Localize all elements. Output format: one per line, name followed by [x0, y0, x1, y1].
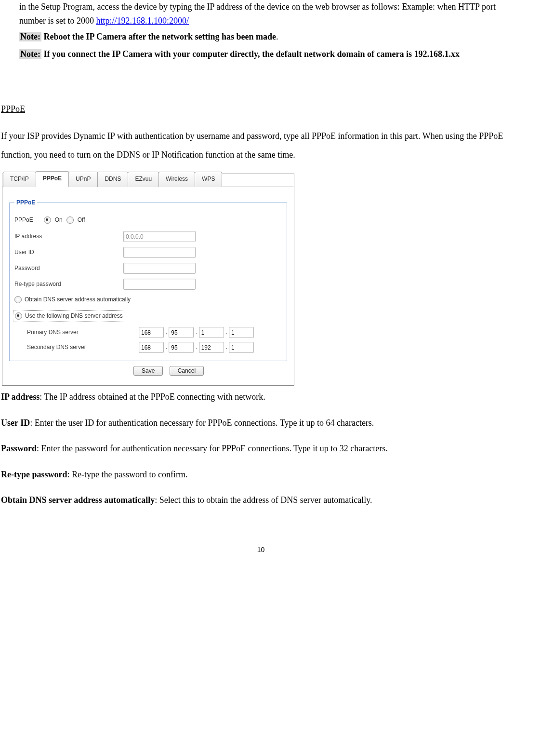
def-ip-title: IP address — [1, 392, 40, 402]
radio-off[interactable] — [66, 216, 74, 224]
primary-dns-label: Primary DNS server — [27, 327, 139, 338]
radio-dns-manual[interactable] — [15, 312, 22, 320]
def-ip: IP address: The IP address obtained at t… — [1, 388, 522, 407]
fieldset-legend: PPPoE — [14, 198, 37, 208]
def-pw-body: : Enter the password for authentication … — [37, 444, 388, 453]
retype-password-input[interactable] — [123, 279, 196, 290]
radio-dns-auto[interactable] — [14, 296, 22, 303]
password-input[interactable] — [123, 263, 196, 274]
tab-tcpip[interactable]: TCP/IP — [3, 172, 36, 187]
def-dns-body: : Select this to obtain the address of D… — [155, 495, 372, 505]
note-2: Note: If you connect the IP Camera with … — [19, 45, 522, 63]
radio-on[interactable] — [44, 216, 51, 224]
def-password: Password: Enter the password for authent… — [1, 439, 522, 459]
user-id-label: User ID — [14, 247, 123, 258]
secondary-dns-label: Secondary DNS server — [27, 342, 139, 353]
def-dns-title: Obtain DNS server address automatically — [1, 495, 155, 505]
def-uid-body: : Enter the user ID for authentication n… — [30, 418, 374, 428]
def-rpw-body: : Re-type the password to confirm. — [67, 470, 188, 479]
off-label: Off — [78, 215, 85, 226]
note2-label: Note: — [19, 49, 41, 59]
note-1: Note: Reboot the IP Camera after the net… — [19, 30, 522, 44]
note2-text: If you connect the IP Camera with your c… — [41, 49, 460, 59]
password-label: Password — [14, 263, 123, 274]
secondary-dns-octet-2[interactable] — [169, 342, 194, 353]
secondary-dns-octet-3[interactable] — [199, 342, 224, 353]
def-ip-body: : The IP address obtained at the PPPoE c… — [40, 392, 265, 402]
secondary-dns-octet-1[interactable] — [139, 342, 164, 353]
def-userid: User ID: Enter the user ID for authentic… — [1, 414, 522, 433]
note1-label: Note: — [19, 32, 41, 41]
note1-text: Reboot the IP Camera after the network s… — [41, 32, 276, 41]
def-pw-title: Password — [1, 444, 37, 453]
dns-auto-label: Obtain DNS server address automatically — [25, 295, 131, 305]
primary-dns-octet-3[interactable] — [199, 327, 224, 338]
user-id-input[interactable] — [123, 247, 196, 258]
tab-upnp[interactable]: UPnP — [68, 172, 98, 187]
secondary-dns-octet-4[interactable] — [229, 342, 254, 353]
lead-line: in the Setup Program, access the device … — [19, 2, 496, 26]
dns-manual-label: Use the following DNS server address — [25, 311, 123, 322]
save-button[interactable]: Save — [133, 366, 163, 376]
primary-dns-octet-4[interactable] — [229, 327, 254, 338]
example-url-link[interactable]: http://192.168.1.100:2000/ — [96, 16, 189, 26]
ip-address-input[interactable] — [123, 231, 196, 242]
def-dns-auto: Obtain DNS server address automatically:… — [1, 491, 522, 510]
tab-wireless[interactable]: Wireless — [158, 172, 195, 187]
tab-ddns[interactable]: DDNS — [97, 172, 128, 187]
def-uid-title: User ID — [1, 418, 30, 428]
tab-ezvuu[interactable]: EZvuu — [128, 172, 159, 187]
retype-password-label: Re-type password — [14, 279, 123, 290]
settings-screenshot: TCP/IP PPPoE UPnP DDNS EZvuu Wireless WP… — [2, 174, 294, 386]
cancel-button[interactable]: Cancel — [170, 366, 204, 376]
ip-address-label: IP address — [14, 231, 123, 242]
section-title-pppoe: PPPoE — [1, 101, 522, 117]
tab-bar: TCP/IP PPPoE UPnP DDNS EZvuu Wireless WP… — [2, 174, 294, 187]
tab-pppoe[interactable]: PPPoE — [36, 171, 69, 187]
pppoe-intro: If your ISP provides Dynamic IP with aut… — [1, 127, 522, 165]
page-number: 10 — [0, 544, 522, 556]
tab-wps[interactable]: WPS — [195, 172, 222, 187]
on-label: On — [55, 215, 63, 226]
lead-text: in the Setup Program, access the device … — [19, 0, 522, 28]
pppoe-fieldset: PPPoE PPPoE On Off IP address User ID — [9, 198, 287, 361]
def-retype: Re-type password: Re-type the password t… — [1, 465, 522, 485]
def-rpw-title: Re-type password — [1, 470, 67, 479]
pppoe-toggle-label: PPPoE — [14, 215, 33, 226]
primary-dns-octet-2[interactable] — [169, 327, 194, 338]
primary-dns-octet-1[interactable] — [139, 327, 164, 338]
